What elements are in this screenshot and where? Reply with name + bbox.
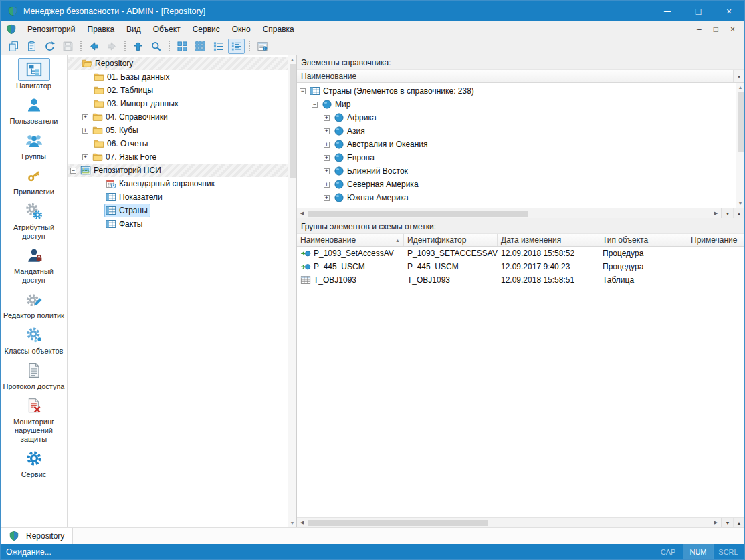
tree-row[interactable]: 06. Отчеты [68,137,288,150]
tree-node[interactable]: 04. Справочники [92,111,170,123]
sidebar-item-groups[interactable]: Группы [1,129,67,161]
tree-row[interactable]: 03. Импорт данных [68,97,288,110]
tree-node[interactable]: 05. Кубы [92,124,140,136]
up-button[interactable] [130,39,146,54]
tree-row[interactable]: +07. Язык Fore [68,150,288,164]
scroll-right-icon[interactable]: ▶ [711,518,721,527]
pane-expand-button[interactable]: ▲ [733,518,744,527]
tree-node[interactable]: 03. Импорт данных [93,98,181,110]
view-details-button[interactable] [228,39,245,54]
pane-collapse-button[interactable]: ▼ [722,518,733,527]
menu-item[interactable]: Окно [226,23,257,36]
table-column-header[interactable]: Наименование▲ [297,234,404,246]
scrollbar-thumb[interactable] [290,64,296,178]
menu-item[interactable]: Сервис [187,23,226,36]
tree-row[interactable]: −Репозиторий НСИ [68,164,288,177]
scroll-up-icon[interactable]: ▲ [736,83,744,92]
table-column-header[interactable]: Тип объекта [599,234,687,246]
sidebar-item-service[interactable]: Сервис [1,447,67,479]
sidebar-item-mandatory-access[interactable]: Мандатный доступ [1,244,67,285]
menu-item[interactable]: Репозиторий [21,23,82,36]
scroll-left-icon[interactable]: ◀ [297,518,307,527]
scrollbar-thumb[interactable] [738,92,744,152]
mdi-restore-button[interactable]: □ [714,25,718,34]
sidebar-item-access-log[interactable]: Протокол доступа [1,359,67,391]
sidebar-item-violation-monitoring[interactable]: Мониторинг нарушений защиты [1,394,67,444]
tree-expander[interactable]: + [324,128,330,134]
tree-row[interactable]: Repository [68,57,288,70]
column-header-name[interactable]: Наименование ▼ [297,70,744,83]
table-column-header[interactable]: Примечание [687,234,744,246]
scroll-down-icon[interactable]: ▼ [736,199,744,208]
tree-row[interactable]: +Европа [297,151,736,164]
tree-node[interactable]: Репозиторий НСИ [80,164,163,176]
tree-node[interactable]: Факты [105,218,144,230]
pane-expand-button[interactable]: ▲ [733,208,744,218]
groups-horizontal-scrollbar[interactable]: ◀ ▶ ▼ ▲ [297,517,744,527]
sidebar-item-attribute-access[interactable]: Атрибутный доступ [1,200,67,241]
menu-item[interactable]: Правка [82,23,121,36]
scrollbar-thumb[interactable] [308,520,488,526]
tree-expander[interactable]: + [324,142,330,148]
table-row[interactable]: P_445_USCMP_445_USCM12.09.2017 9:40:23Пр… [297,260,744,273]
properties-button[interactable] [254,39,271,54]
tree-row[interactable]: +Африка [297,111,736,124]
tree-expander[interactable]: + [324,168,330,174]
tree-expander[interactable]: + [82,154,88,160]
tree-node[interactable]: 07. Язык Fore [92,151,158,163]
dict-horizontal-scrollbar[interactable]: ◀ ▶ ▼ ▲ [297,208,744,218]
dict-vertical-scrollbar[interactable]: ▲ ▼ [736,83,744,208]
sidebar-item-privileges[interactable]: Привилегии [1,164,67,196]
tree-row[interactable]: Страны [68,204,288,217]
tree-row[interactable]: −Страны (Элементов в справочнике: 238) [297,84,736,98]
tree-node[interactable]: Repository [81,57,135,69]
scroll-up-icon[interactable]: ▲ [288,55,296,64]
tree-vertical-scrollbar[interactable]: ▲ ▼ [288,55,296,527]
window-maximize-button[interactable]: □ [683,1,714,21]
tree-expander[interactable]: − [70,168,76,174]
tree-row[interactable]: +Азия [297,124,736,138]
tree-node[interactable]: Азия [333,125,367,137]
tree-row[interactable]: +05. Кубы [68,124,288,137]
tree-row[interactable]: 01. Базы данных [68,70,288,84]
tree-node[interactable]: Календарный справочник [105,178,217,190]
scroll-down-icon[interactable]: ▼ [288,519,296,527]
pane-collapse-button[interactable]: ▼ [722,208,733,218]
mdi-minimize-button[interactable]: – [697,25,702,34]
sidebar-item-policy-editor[interactable]: Редактор политик [1,288,67,320]
tree-node[interactable]: Мир [321,98,352,110]
window-close-button[interactable]: × [714,1,744,21]
tree-expander[interactable]: + [324,182,330,188]
tree-expander[interactable]: − [312,102,318,108]
tree-node[interactable]: Европа [333,152,377,164]
copy-button[interactable] [5,39,22,54]
new-document-button[interactable] [23,39,40,54]
tree-row[interactable]: +Южная Америка [297,191,736,204]
tree-row[interactable]: −Мир [297,98,736,111]
tree-node[interactable]: 01. Базы данных [93,71,171,83]
refresh-button[interactable] [41,39,58,54]
sidebar-item-users[interactable]: Пользователи [1,94,67,126]
tree-row[interactable]: +Северная Америка [297,178,736,191]
view-large-icons-button[interactable] [174,39,191,54]
scrollbar-thumb[interactable] [308,211,528,217]
sidebar-item-object-classes[interactable]: Классы объектов [1,323,67,356]
tree-row[interactable]: +Ближний Восток [297,164,736,178]
tree-node[interactable]: 02. Таблицы [93,84,155,96]
view-list-button[interactable] [210,39,227,54]
menu-shield-icon[interactable] [6,24,17,35]
tree-node[interactable]: Африка [333,112,379,124]
menu-item[interactable]: Справка [257,23,300,36]
tree-node[interactable]: Страны [105,204,150,217]
tree-row[interactable]: Календарный справочник [68,177,288,190]
tree-node[interactable]: Южная Америка [333,192,411,204]
table-column-header[interactable]: Дата изменения [498,234,599,246]
view-small-icons-button[interactable] [192,39,209,54]
tree-row[interactable]: Показатели [68,190,288,204]
tree-node[interactable]: Северная Америка [333,178,421,190]
table-column-header[interactable]: Идентификатор [404,234,498,246]
table-row[interactable]: T_OBJ1093T_OBJ109312.09.2018 15:58:51Таб… [297,273,744,287]
menu-item[interactable]: Вид [120,23,147,36]
tree-expander[interactable]: + [324,155,330,161]
back-button[interactable] [86,39,102,54]
